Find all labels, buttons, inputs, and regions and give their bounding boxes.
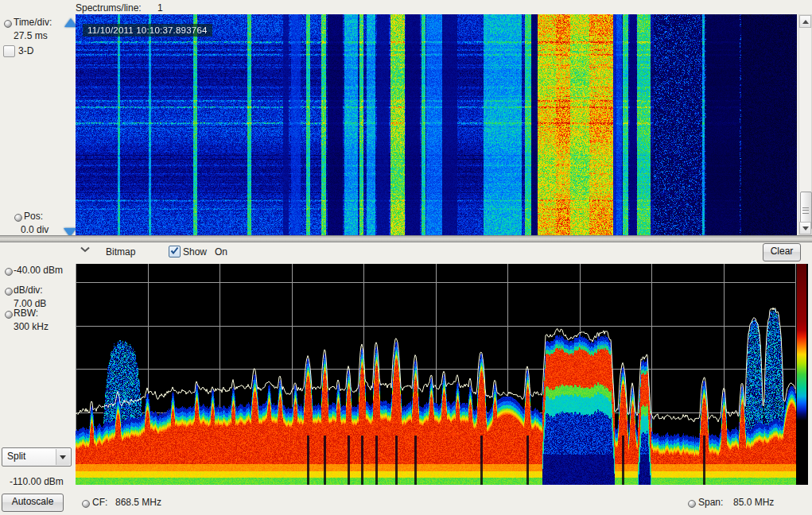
spectrogram-display[interactable]: [76, 14, 797, 235]
rbw-value[interactable]: 300 kHz: [14, 321, 49, 332]
autoscale-button[interactable]: Autoscale: [2, 494, 64, 512]
check-icon: [169, 246, 180, 256]
ref-level-led-icon: [5, 268, 13, 276]
spectrogram-timestamp: 11/10/2011 10:10:37.893764: [83, 24, 212, 37]
time-div-label: Time/div:: [14, 17, 52, 28]
spectrums-per-line-value[interactable]: 1: [157, 2, 163, 14]
scroll-up-button[interactable]: [799, 15, 811, 28]
threed-label: 3-D: [18, 45, 33, 56]
spectrogram-panel: 11/10/2011 10:10:37.893764: [76, 14, 797, 235]
view-mode-value: Split: [7, 451, 25, 462]
span-value[interactable]: 85.0 MHz: [733, 497, 774, 508]
time-div-value[interactable]: 27.5 ms: [14, 30, 48, 41]
color-scale-legend: [797, 264, 806, 485]
db-div-label: dB/div:: [14, 285, 43, 296]
scroll-down-button[interactable]: [799, 222, 811, 234]
time-div-led-icon: [4, 20, 12, 28]
combo-dropdown-button[interactable]: [56, 449, 70, 465]
pos-led-icon: [14, 214, 22, 222]
arrow-down-icon: [802, 227, 809, 230]
rbw-led-icon: [5, 311, 13, 319]
bitmap-label[interactable]: Bitmap: [106, 246, 135, 258]
rbw-label: RBW:: [14, 308, 38, 319]
show-checkbox[interactable]: [169, 246, 181, 258]
pos-value[interactable]: 0.0 div: [21, 224, 49, 235]
arrow-up-icon: [802, 20, 809, 24]
ref-level-value[interactable]: -40.00 dBm: [14, 265, 63, 276]
cf-led-icon: [82, 500, 90, 508]
span-led-icon: [688, 500, 696, 508]
thumb-grip-icon: [802, 207, 809, 214]
clear-button[interactable]: Clear: [763, 243, 801, 261]
panel-splitter[interactable]: [0, 235, 812, 242]
spectrums-per-line-label: Spectrums/line:: [76, 2, 142, 14]
cf-value[interactable]: 868.5 MHz: [115, 497, 161, 508]
chevron-down-icon: [60, 455, 66, 459]
cf-label: CF:: [92, 497, 107, 508]
on-label: On: [215, 246, 227, 258]
spectrum-panel: [76, 264, 808, 485]
bottom-level-value: -110.00 dBm: [10, 476, 64, 487]
span-label: Span:: [698, 497, 723, 508]
show-label: Show: [183, 246, 207, 258]
pos-label: Pos:: [24, 211, 43, 222]
spectrum-bitmap-display[interactable]: [76, 264, 796, 485]
threed-checkbox[interactable]: [3, 45, 15, 57]
spectrum-analyzer-window: Spectrums/line: 1 Time/div: 27.5 ms 3-D …: [0, 0, 812, 515]
spectrogram-scrollbar[interactable]: [798, 14, 812, 235]
view-mode-combo[interactable]: Split: [2, 447, 72, 467]
db-div-led-icon: [5, 288, 13, 296]
collapse-chevron-icon[interactable]: [80, 246, 91, 253]
